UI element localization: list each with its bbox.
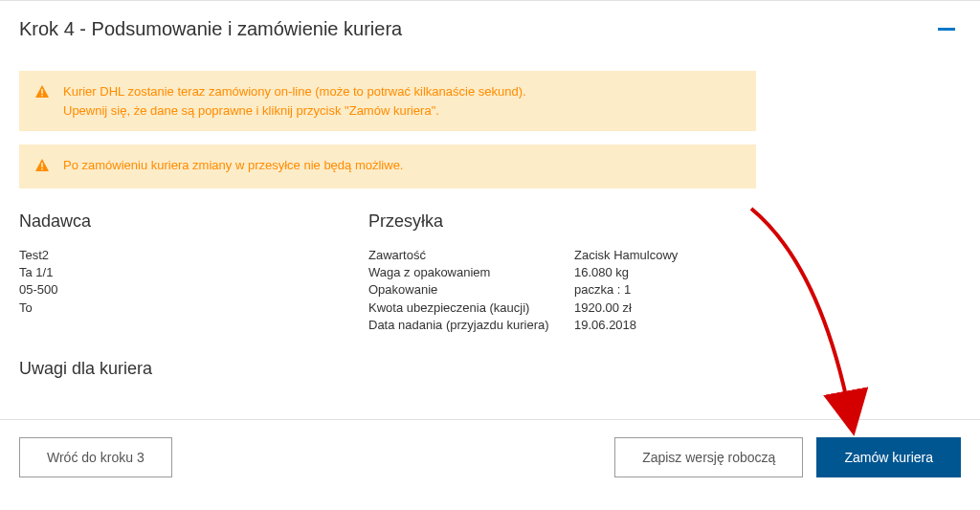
table-row: Zawartość Zacisk Hamulcowy [368,247,961,264]
svg-rect-2 [41,163,43,167]
shipment-label: Zawartość [368,247,574,264]
table-row: Data nadania (przyjazdu kuriera) 19.06.2… [368,317,961,334]
alert-secondary: Po zamówieniu kuriera zmiany w przesyłce… [19,144,756,188]
warning-icon [34,84,50,103]
alert-primary: Kurier DHL zostanie teraz zamówiony on-l… [19,71,756,131]
order-courier-button[interactable]: Zamów kuriera [816,437,961,477]
shipment-label: Waga z opakowaniem [368,264,574,281]
collapse-icon[interactable] [938,28,955,31]
svg-rect-1 [41,95,43,97]
sender-line: Test2 [19,247,368,264]
shipment-value: 16.080 kg [574,264,629,281]
save-draft-button[interactable]: Zapisz wersję roboczą [614,437,803,477]
shipment-label: Data nadania (przyjazdu kuriera) [368,317,574,334]
notes-heading: Uwagi dla kuriera [19,359,961,379]
sender-column: Nadawca Test2 Ta 1/1 05-500 To [19,211,368,334]
shipment-heading: Przesyłka [368,211,961,232]
shipment-value: 1920.00 zł [574,299,632,317]
info-section: Nadawca Test2 Ta 1/1 05-500 To Przesyłka… [19,211,961,334]
page-header: Krok 4 - Podsumowanie i zamówienie kurie… [0,1,980,57]
table-row: Waga z opakowaniem 16.080 kg [368,264,961,281]
page-title: Krok 4 - Podsumowanie i zamówienie kurie… [19,18,402,40]
sender-heading: Nadawca [19,211,368,232]
alert-primary-line2: Upewnij się, że dane są poprawne i klikn… [63,101,526,121]
shipment-value: Zacisk Hamulcowy [574,247,678,264]
shipment-label: Kwota ubezpieczenia (kaucji) [368,299,574,317]
shipment-table: Zawartość Zacisk Hamulcowy Waga z opakow… [368,247,961,334]
sender-line: 05-500 [19,281,368,299]
alert-primary-text: Kurier DHL zostanie teraz zamówiony on-l… [63,82,526,120]
svg-rect-0 [41,89,43,94]
shipment-value: paczka : 1 [574,281,631,299]
shipment-label: Opakowanie [368,281,574,299]
shipment-value: 19.06.2018 [574,317,636,334]
bottom-bar: Wróć do kroku 3 Zapisz wersję roboczą Za… [0,419,980,477]
table-row: Opakowanie paczka : 1 [368,281,961,299]
content-area: Kurier DHL zostanie teraz zamówiony on-l… [0,71,980,379]
alert-secondary-text: Po zamówieniu kuriera zmiany w przesyłce… [63,156,403,175]
sender-line: Ta 1/1 [19,264,368,281]
button-group: Zapisz wersję roboczą Zamów kuriera [614,437,961,477]
table-row: Kwota ubezpieczenia (kaucji) 1920.00 zł [368,299,961,317]
shipment-column: Przesyłka Zawartość Zacisk Hamulcowy Wag… [368,211,961,334]
back-button[interactable]: Wróć do kroku 3 [19,437,172,477]
sender-line: To [19,299,368,317]
sender-details: Test2 Ta 1/1 05-500 To [19,247,368,317]
alert-primary-line1: Kurier DHL zostanie teraz zamówiony on-l… [63,82,526,101]
warning-icon [34,158,50,177]
svg-rect-3 [41,168,43,170]
